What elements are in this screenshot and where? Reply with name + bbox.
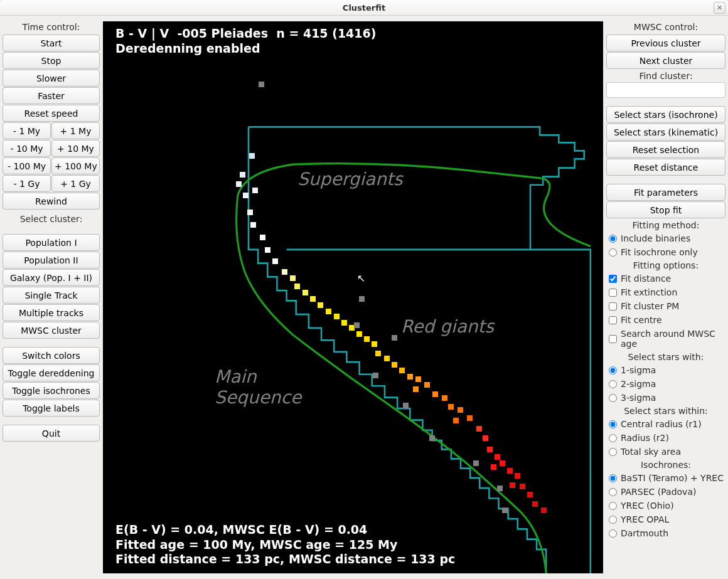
fitting-options-label: Fitting options: [606, 259, 725, 272]
check-fit-cluster-pm[interactable]: Fit cluster PM [606, 299, 725, 313]
close-icon[interactable]: ✕ [714, 2, 725, 14]
check-fit-extinction[interactable]: Fit extinction [606, 285, 725, 299]
select-stars-within-label: Select stars within: [606, 405, 725, 417]
minus-1gy-button[interactable]: - 1 Gy [3, 175, 51, 192]
slower-button[interactable]: Slower [3, 70, 100, 87]
toggle-labels-button[interactable]: Toggle labels [3, 400, 100, 417]
right-panel: MWSC control: Previous cluster Next clus… [606, 18, 725, 576]
radio-include-binaries[interactable]: Include binaries [606, 231, 725, 245]
select-stars-with-label: Select stars with: [606, 351, 725, 363]
radio-dartmouth[interactable]: Dartmouth [606, 526, 725, 540]
radio-3-sigma[interactable]: 3-sigma [606, 391, 725, 405]
plus-100my-button[interactable]: + 100 My [51, 157, 100, 174]
select-stars-kinematic-button[interactable]: Select stars (kinematic) [606, 124, 725, 141]
toggle-isochrones-button[interactable]: Toggle isochrones [3, 382, 100, 399]
select-stars-isochrone-button[interactable]: Select stars (isochrone) [606, 106, 725, 123]
plus-10my-button[interactable]: + 10 My [51, 140, 100, 157]
radio-parsec[interactable]: PARSEC (Padova) [606, 485, 725, 499]
reset-selection-button[interactable]: Reset selection [606, 141, 725, 158]
fit-parameters-button[interactable]: Fit parameters [606, 184, 725, 201]
toggle-dereddening-button[interactable]: Toggle dereddening [3, 364, 100, 381]
next-cluster-button[interactable]: Next cluster [606, 52, 725, 69]
radio-2-sigma[interactable]: 2-sigma [606, 377, 725, 391]
center-panel: B - V | V -005 Pleiades n = 415 (1416) D… [100, 18, 606, 576]
rewind-button[interactable]: Rewind [3, 193, 100, 210]
stop-fit-button[interactable]: Stop fit [606, 201, 725, 218]
radio-basti[interactable]: BaSTI (Teramo) + YREC [606, 471, 725, 485]
find-cluster-input[interactable] [606, 82, 725, 98]
left-panel: Time control: Start Stop Slower Faster R… [3, 18, 100, 576]
reset-distance-button[interactable]: Reset distance [606, 159, 725, 176]
mwsc-control-label: MWSC control: [606, 18, 725, 35]
fitting-method-label: Fitting method: [606, 219, 725, 231]
time-control-label: Time control: [3, 18, 100, 35]
switch-colors-button[interactable]: Switch colors [3, 347, 100, 364]
label-main-sequence: Main Sequence [215, 366, 301, 408]
plus-1gy-button[interactable]: + 1 Gy [51, 175, 100, 192]
radio-central-radius[interactable]: Central radius (r1) [606, 417, 725, 431]
app-window: Clusterfit ✕ Time control: Start Stop Sl… [0, 0, 728, 579]
radio-yrec-ohio[interactable]: YREC (Ohio) [606, 499, 725, 513]
single-track-button[interactable]: Single Track [3, 287, 100, 304]
titlebar[interactable]: Clusterfit ✕ [0, 0, 728, 16]
radio-fit-isochrone-only[interactable]: Fit isochrone only [606, 245, 725, 259]
plot-header: B - V | V -005 Pleiades n = 415 (1416) D… [115, 26, 376, 56]
hr-diagram-plot[interactable]: B - V | V -005 Pleiades n = 415 (1416) D… [103, 21, 603, 573]
population-2-button[interactable]: Population II [3, 252, 100, 268]
galaxy-button[interactable]: Galaxy (Pop. I + II) [3, 269, 100, 286]
faster-button[interactable]: Faster [3, 87, 100, 104]
select-cluster-label: Select cluster: [3, 210, 100, 226]
minus-100my-button[interactable]: - 100 My [3, 157, 51, 174]
stop-button[interactable]: Stop [3, 52, 100, 69]
label-supergiants: Supergiants [297, 169, 403, 189]
start-button[interactable]: Start [3, 35, 100, 51]
radio-radius-r2[interactable]: Radius (r2) [606, 431, 725, 445]
plus-1my-button[interactable]: + 1 My [51, 122, 100, 139]
find-cluster-label: Find cluster: [606, 70, 725, 82]
check-search-mwsc-age[interactable]: Search around MWSC age [606, 327, 725, 351]
selection-band-outline [249, 127, 591, 573]
isochrones-label: Isochrones: [606, 459, 725, 471]
minus-10my-button[interactable]: - 10 My [3, 140, 51, 157]
plot-footer: E(B - V) = 0.04, MWSC E(B - V) = 0.04 Fi… [115, 523, 455, 567]
check-fit-centre[interactable]: Fit centre [606, 313, 725, 327]
check-fit-distance[interactable]: Fit distance [606, 272, 725, 285]
radio-1-sigma[interactable]: 1-sigma [606, 363, 725, 377]
mwsc-cluster-button[interactable]: MWSC cluster [3, 322, 100, 339]
plot-svg [103, 21, 603, 573]
population-1-button[interactable]: Population I [3, 234, 100, 251]
reset-speed-button[interactable]: Reset speed [3, 105, 100, 122]
window-title: Clusterfit [343, 3, 385, 13]
client-area: Time control: Start Stop Slower Faster R… [0, 16, 728, 579]
previous-cluster-button[interactable]: Previous cluster [606, 35, 725, 51]
label-red-giants: Red giants [401, 316, 494, 337]
radio-total-sky-area[interactable]: Total sky area [606, 445, 725, 459]
multiple-tracks-button[interactable]: Multiple tracks [3, 304, 100, 321]
radio-yrec-opal[interactable]: YREC OPAL [606, 513, 725, 526]
quit-button[interactable]: Quit [3, 425, 100, 442]
minus-1my-button[interactable]: - 1 My [3, 122, 51, 139]
